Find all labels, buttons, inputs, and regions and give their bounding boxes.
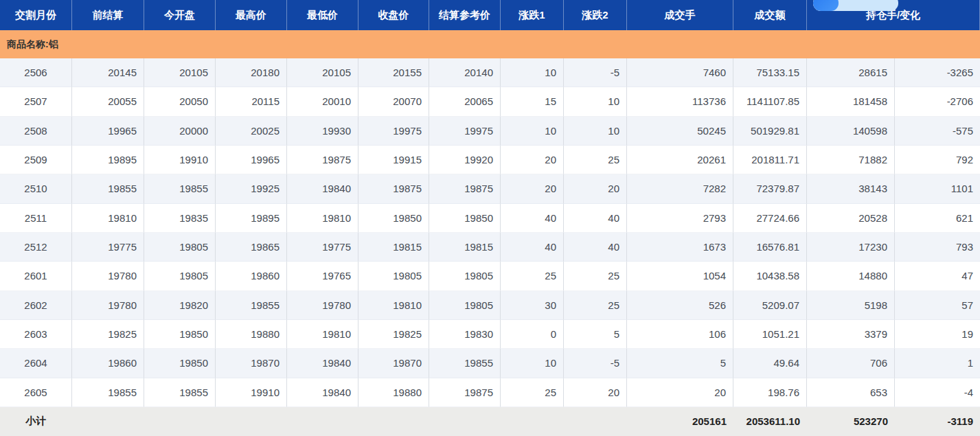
cell-change1: 20 bbox=[501, 174, 564, 203]
cell-change1: 25 bbox=[501, 262, 564, 290]
cell-settlement-ref: 19875 bbox=[429, 378, 501, 407]
cell-oi-change: 19 bbox=[895, 320, 980, 349]
cell-settlement-ref: 19855 bbox=[429, 349, 501, 378]
horizontal-scrollbar-track[interactable] bbox=[813, 0, 898, 11]
cell-open: 19805 bbox=[144, 262, 216, 290]
table-row[interactable]: 2512 19775 19805 19865 19775 19815 19815… bbox=[0, 233, 980, 262]
cell-change2: 25 bbox=[564, 291, 627, 320]
subtotal-volume: 205161 bbox=[627, 407, 733, 436]
cell-delivery-month: 2602 bbox=[0, 291, 72, 320]
cell-change1: 10 bbox=[501, 349, 564, 378]
cell-change1: 0 bbox=[501, 320, 564, 349]
table-row[interactable]: 2511 19810 19835 19895 19810 19850 19850… bbox=[0, 204, 980, 233]
col-header-open: 今开盘 bbox=[144, 0, 216, 30]
cell-prev-settlement: 19895 bbox=[72, 146, 144, 174]
cell-prev-settlement: 20055 bbox=[72, 87, 144, 116]
cell-delivery-month: 2601 bbox=[0, 262, 72, 290]
cell-open: 19850 bbox=[144, 320, 216, 349]
cell-open: 19855 bbox=[144, 174, 216, 203]
table-row[interactable]: 2604 19860 19850 19870 19840 19870 19855… bbox=[0, 349, 980, 378]
cell-delivery-month: 2507 bbox=[0, 87, 72, 116]
cell-settlement-ref: 19815 bbox=[429, 233, 501, 262]
cell-change1: 25 bbox=[501, 378, 564, 407]
cell-high: 19855 bbox=[216, 291, 287, 320]
cell-delivery-month: 2509 bbox=[0, 146, 72, 174]
subtotal-empty bbox=[429, 407, 501, 436]
cell-oi-change: -3265 bbox=[895, 58, 980, 87]
table-header: 交割月份 前结算 今开盘 最高价 最低价 收盘价 结算参考价 涨跌1 涨跌2 成… bbox=[0, 0, 980, 30]
cell-delivery-month: 2603 bbox=[0, 320, 72, 349]
cell-volume: 106 bbox=[627, 320, 733, 349]
cell-open-interest: 706 bbox=[807, 349, 895, 378]
cell-low: 19875 bbox=[287, 146, 358, 174]
table-row[interactable]: 2605 19855 19855 19910 19840 19880 19875… bbox=[0, 378, 980, 407]
cell-turnover: 201811.71 bbox=[733, 146, 807, 174]
subtotal-empty bbox=[144, 407, 216, 436]
cell-prev-settlement: 20145 bbox=[72, 58, 144, 87]
cell-turnover: 5209.07 bbox=[733, 291, 807, 320]
subtotal-empty bbox=[564, 407, 627, 436]
col-header-volume: 成交手 bbox=[627, 0, 733, 30]
cell-settlement-ref: 19805 bbox=[429, 262, 501, 290]
cell-prev-settlement: 19810 bbox=[72, 204, 144, 233]
cell-prev-settlement: 19775 bbox=[72, 233, 144, 262]
cell-high: 20115 bbox=[216, 87, 287, 116]
cell-oi-change: 47 bbox=[895, 262, 980, 290]
table-row[interactable]: 2601 19780 19805 19860 19765 19805 19805… bbox=[0, 262, 980, 290]
cell-close: 19875 bbox=[358, 174, 429, 203]
cell-delivery-month: 2604 bbox=[0, 349, 72, 378]
table-row[interactable]: 2603 19825 19850 19880 19810 19825 19830… bbox=[0, 320, 980, 349]
cell-settlement-ref: 19805 bbox=[429, 291, 501, 320]
cell-open: 19805 bbox=[144, 233, 216, 262]
table-row[interactable]: 2507 20055 20050 20115 20010 20070 20065… bbox=[0, 87, 980, 116]
cell-low: 20010 bbox=[287, 87, 358, 116]
cell-open-interest: 653 bbox=[807, 378, 895, 407]
cell-oi-change: 792 bbox=[895, 146, 980, 174]
cell-oi-change: 1101 bbox=[895, 174, 980, 203]
cell-delivery-month: 2511 bbox=[0, 204, 72, 233]
cell-change1: 20 bbox=[501, 146, 564, 174]
cell-volume: 20261 bbox=[627, 146, 733, 174]
table-row[interactable]: 2506 20145 20105 20180 20105 20155 20140… bbox=[0, 58, 980, 87]
cell-settlement-ref: 19875 bbox=[429, 174, 501, 203]
cell-close: 20070 bbox=[358, 87, 429, 116]
col-header-low: 最低价 bbox=[287, 0, 358, 30]
cell-high: 19925 bbox=[216, 174, 287, 203]
subtotal-turnover: 2053611.10 bbox=[733, 407, 807, 436]
cell-change2: 10 bbox=[564, 87, 627, 116]
horizontal-scrollbar-thumb[interactable] bbox=[813, 0, 839, 11]
cell-volume: 1673 bbox=[627, 233, 733, 262]
cell-turnover: 198.76 bbox=[733, 378, 807, 407]
cell-change1: 30 bbox=[501, 291, 564, 320]
cell-volume: 7460 bbox=[627, 58, 733, 87]
cell-settlement-ref: 19975 bbox=[429, 117, 501, 146]
cell-open-interest: 3379 bbox=[807, 320, 895, 349]
cell-oi-change: -2706 bbox=[895, 87, 980, 116]
cell-open-interest: 20528 bbox=[807, 204, 895, 233]
cell-change2: 20 bbox=[564, 174, 627, 203]
cell-open: 19820 bbox=[144, 291, 216, 320]
cell-volume: 526 bbox=[627, 291, 733, 320]
cell-low: 19765 bbox=[287, 262, 358, 290]
cell-open: 20000 bbox=[144, 117, 216, 146]
commodity-name-label: 商品名称:铝 bbox=[7, 38, 58, 51]
table-row[interactable]: 2508 19965 20000 20025 19930 19975 19975… bbox=[0, 117, 980, 146]
cell-change2: 25 bbox=[564, 146, 627, 174]
cell-settlement-ref: 19850 bbox=[429, 204, 501, 233]
cell-low: 19780 bbox=[287, 291, 358, 320]
subtotal-empty bbox=[216, 407, 287, 436]
col-header-prev-settlement: 前结算 bbox=[72, 0, 144, 30]
cell-change1: 40 bbox=[501, 233, 564, 262]
cell-change2: 40 bbox=[564, 204, 627, 233]
cell-turnover: 1141107.85 bbox=[733, 87, 807, 116]
cell-open-interest: 140598 bbox=[807, 117, 895, 146]
table-row[interactable]: 2509 19895 19910 19965 19875 19915 19920… bbox=[0, 146, 980, 174]
cell-close: 19825 bbox=[358, 320, 429, 349]
cell-high: 19860 bbox=[216, 262, 287, 290]
table-row[interactable]: 2602 19780 19820 19855 19780 19810 19805… bbox=[0, 291, 980, 320]
cell-close: 19880 bbox=[358, 378, 429, 407]
table-row[interactable]: 2510 19855 19855 19925 19840 19875 19875… bbox=[0, 174, 980, 203]
subtotal-empty bbox=[287, 407, 358, 436]
cell-turnover: 72379.87 bbox=[733, 174, 807, 203]
cell-turnover: 27724.66 bbox=[733, 204, 807, 233]
